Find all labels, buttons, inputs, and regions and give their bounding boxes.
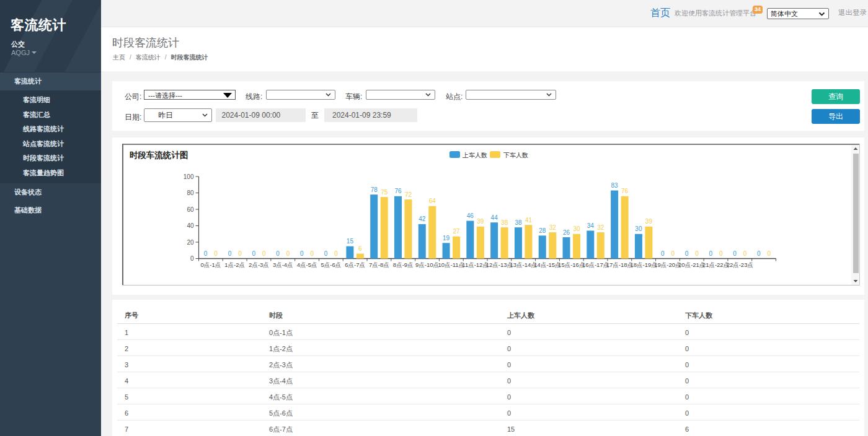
svg-text:42: 42 bbox=[418, 216, 426, 222]
svg-text:0: 0 bbox=[768, 250, 771, 257]
svg-text:0: 0 bbox=[743, 250, 747, 257]
svg-text:6: 6 bbox=[358, 245, 362, 252]
svg-text:0: 0 bbox=[204, 250, 208, 257]
svg-text:80: 80 bbox=[187, 190, 194, 196]
svg-text:0: 0 bbox=[733, 250, 737, 257]
svg-text:0: 0 bbox=[276, 250, 280, 257]
svg-text:1点-2点: 1点-2点 bbox=[224, 261, 245, 268]
svg-text:4点-5点: 4点-5点 bbox=[297, 261, 317, 268]
svg-text:72: 72 bbox=[405, 191, 412, 198]
svg-text:15: 15 bbox=[347, 238, 354, 245]
svg-text:21点-22点: 21点-22点 bbox=[702, 261, 729, 268]
svg-text:40: 40 bbox=[187, 222, 194, 229]
svg-text:16点-17点: 16点-17点 bbox=[582, 261, 609, 268]
svg-text:0: 0 bbox=[324, 250, 328, 257]
svg-text:0: 0 bbox=[661, 250, 665, 257]
svg-text:0: 0 bbox=[695, 250, 699, 257]
svg-text:30: 30 bbox=[573, 225, 580, 232]
svg-text:27: 27 bbox=[453, 228, 460, 235]
svg-text:13点-14点: 13点-14点 bbox=[510, 261, 537, 268]
svg-text:12点-13点: 12点-13点 bbox=[486, 261, 513, 268]
svg-text:6点-7点: 6点-7点 bbox=[345, 261, 365, 268]
svg-text:0: 0 bbox=[214, 250, 218, 257]
svg-text:0: 0 bbox=[685, 250, 689, 257]
svg-text:38: 38 bbox=[515, 219, 522, 226]
svg-text:0: 0 bbox=[334, 250, 338, 257]
svg-text:0: 0 bbox=[311, 250, 314, 257]
svg-text:11点-12点: 11点-12点 bbox=[462, 261, 489, 268]
svg-text:0: 0 bbox=[300, 250, 304, 257]
svg-text:17点-18点: 17点-18点 bbox=[606, 261, 633, 268]
svg-text:0: 0 bbox=[228, 250, 232, 257]
svg-text:9点-10点: 9点-10点 bbox=[415, 261, 439, 268]
svg-text:0: 0 bbox=[286, 250, 290, 257]
svg-text:0: 0 bbox=[262, 250, 266, 257]
svg-text:30: 30 bbox=[635, 225, 642, 232]
svg-text:7点-8点: 7点-8点 bbox=[369, 261, 389, 268]
svg-text:28: 28 bbox=[539, 227, 546, 234]
svg-text:0: 0 bbox=[671, 250, 675, 257]
svg-text:2点-3点: 2点-3点 bbox=[249, 261, 269, 268]
svg-text:75: 75 bbox=[381, 189, 388, 196]
svg-text:20: 20 bbox=[187, 239, 194, 246]
svg-text:0: 0 bbox=[190, 255, 194, 262]
svg-text:83: 83 bbox=[611, 182, 619, 189]
svg-text:32: 32 bbox=[597, 224, 604, 231]
svg-text:34: 34 bbox=[587, 222, 595, 229]
svg-text:100: 100 bbox=[184, 173, 194, 180]
svg-text:76: 76 bbox=[394, 188, 402, 194]
svg-text:41: 41 bbox=[525, 217, 533, 224]
svg-text:38: 38 bbox=[501, 219, 508, 226]
svg-text:44: 44 bbox=[491, 214, 498, 221]
svg-text:10点-11点: 10点-11点 bbox=[438, 261, 465, 268]
svg-text:8点-9点: 8点-9点 bbox=[393, 261, 414, 268]
svg-text:上车人数: 上车人数 bbox=[462, 152, 487, 159]
svg-text:64: 64 bbox=[429, 198, 436, 204]
svg-text:22点-23点: 22点-23点 bbox=[727, 261, 753, 268]
svg-text:0: 0 bbox=[709, 250, 712, 257]
svg-text:5点-6点: 5点-6点 bbox=[321, 261, 341, 268]
svg-text:0: 0 bbox=[719, 250, 723, 257]
svg-text:20点-21点: 20点-21点 bbox=[678, 261, 705, 268]
svg-text:0点-1点: 0点-1点 bbox=[201, 261, 221, 268]
svg-text:78: 78 bbox=[371, 186, 378, 193]
svg-text:0: 0 bbox=[238, 250, 242, 257]
svg-text:46: 46 bbox=[467, 212, 474, 219]
svg-text:15点-16点: 15点-16点 bbox=[558, 261, 585, 268]
svg-text:19: 19 bbox=[443, 235, 450, 242]
svg-text:下车人数: 下车人数 bbox=[503, 152, 528, 159]
svg-text:39: 39 bbox=[477, 218, 484, 225]
svg-text:0: 0 bbox=[757, 250, 761, 257]
svg-text:时段车流统计图: 时段车流统计图 bbox=[130, 150, 188, 160]
svg-text:60: 60 bbox=[187, 206, 194, 213]
svg-text:3点-4点: 3点-4点 bbox=[273, 261, 293, 268]
svg-text:32: 32 bbox=[549, 224, 557, 231]
svg-text:26: 26 bbox=[563, 229, 570, 236]
svg-text:14点-15点: 14点-15点 bbox=[534, 261, 560, 268]
svg-text:0: 0 bbox=[252, 250, 255, 257]
svg-text:18点-19点: 18点-19点 bbox=[630, 261, 657, 268]
svg-text:39: 39 bbox=[645, 218, 653, 225]
svg-text:19点-20点: 19点-20点 bbox=[654, 261, 681, 268]
svg-text:76: 76 bbox=[621, 188, 629, 194]
